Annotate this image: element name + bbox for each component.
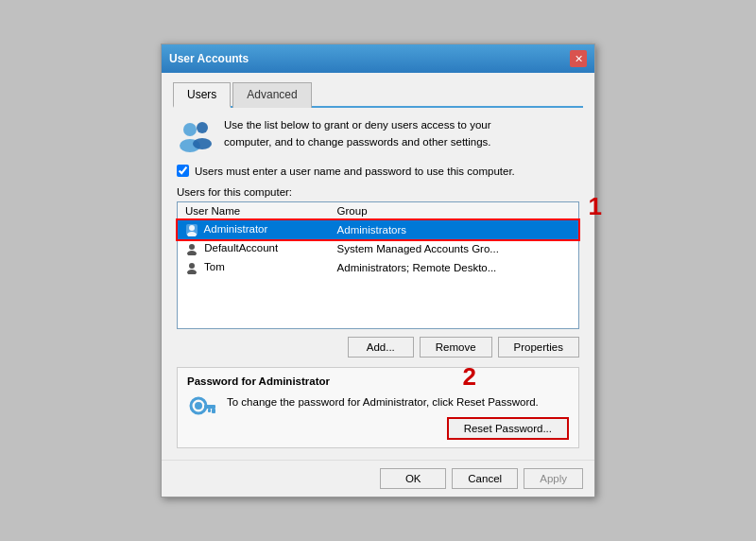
table-row[interactable]: Administrator Administrators	[178, 220, 578, 240]
user-name-cell: DefaultAccount	[178, 239, 330, 258]
group-cell: System Managed Accounts Gro...	[330, 239, 578, 258]
svg-point-5	[189, 225, 195, 231]
dialog-body: Users Advanced Use the list below to gra…	[162, 73, 594, 459]
dialog-title: User Accounts	[169, 52, 249, 65]
reset-password-button[interactable]: Reset Password...	[447, 417, 569, 440]
user-action-buttons: Add... Remove Properties	[177, 337, 579, 358]
table-row-empty	[178, 311, 578, 328]
svg-point-3	[193, 138, 212, 149]
info-text: Use the list below to grant or deny user…	[224, 117, 491, 150]
user-name-cell: Administrator	[178, 220, 330, 240]
dialog-footer: OK Cancel Apply	[162, 460, 594, 497]
tabs-bar: Users Advanced	[173, 80, 583, 108]
svg-rect-14	[212, 409, 215, 413]
password-icon	[187, 394, 217, 425]
table-row[interactable]: Tom Administrators; Remote Deskto...	[178, 258, 578, 277]
remove-button[interactable]: Remove	[420, 337, 492, 358]
svg-point-2	[197, 122, 208, 133]
table-header: User Name Group	[178, 202, 578, 220]
svg-point-0	[183, 123, 197, 136]
cancel-button[interactable]: Cancel	[452, 468, 518, 489]
table-row-empty	[178, 294, 578, 311]
users-table-container: User Name Group	[177, 201, 579, 329]
user-row-icon	[185, 223, 198, 236]
table-row[interactable]: DefaultAccount System Managed Accounts G…	[178, 239, 578, 258]
reset-btn-row: Reset Password...	[227, 417, 569, 440]
apply-button[interactable]: Apply	[524, 468, 583, 489]
password-section-title: Password for Administrator	[187, 375, 569, 387]
checkbox-row: Users must enter a user name and passwor…	[173, 165, 583, 177]
annotation-badge-1: 1	[589, 194, 602, 218]
info-section: Use the list below to grant or deny user…	[173, 117, 583, 155]
password-text: To change the password for Administrator…	[227, 394, 569, 410]
user-row-icon	[185, 242, 198, 255]
ok-button[interactable]: OK	[380, 468, 446, 489]
group-cell: Administrators	[330, 220, 578, 240]
tab-advanced[interactable]: Advanced	[232, 82, 311, 108]
user-accounts-dialog: User Accounts ✕ Users Advanced Use	[161, 44, 595, 497]
title-bar: User Accounts ✕	[162, 44, 594, 73]
user-row-icon	[185, 261, 198, 274]
col-group: Group	[330, 202, 578, 220]
svg-rect-15	[208, 409, 211, 412]
group-cell: Administrators; Remote Deskto...	[330, 258, 578, 277]
svg-rect-13	[204, 405, 215, 409]
users-table-wrapper: User Name Group	[173, 201, 583, 329]
password-content: To change the password for Administrator…	[227, 394, 569, 439]
svg-point-7	[189, 244, 195, 250]
must-enter-password-checkbox[interactable]	[177, 165, 189, 177]
tab-users[interactable]: Users	[173, 82, 231, 108]
svg-point-8	[187, 251, 197, 255]
password-inner: To change the password for Administrator…	[187, 394, 569, 439]
table-row-empty	[178, 277, 578, 294]
table-body: Administrator Administrators DefaultAcco…	[178, 220, 578, 329]
users-for-computer-label: Users for this computer:	[173, 186, 583, 198]
checkbox-label: Users must enter a user name and passwor…	[195, 166, 515, 177]
add-button[interactable]: Add...	[348, 337, 414, 358]
svg-point-12	[195, 402, 202, 410]
users-table: User Name Group	[178, 202, 578, 328]
svg-point-10	[187, 270, 197, 274]
users-icon	[177, 117, 215, 155]
svg-point-9	[189, 263, 195, 269]
properties-button[interactable]: Properties	[498, 337, 579, 358]
col-username: User Name	[178, 202, 330, 220]
password-section: Password for Administrator To change the…	[177, 367, 579, 447]
close-button[interactable]: ✕	[570, 50, 587, 67]
user-name-cell: Tom	[178, 258, 330, 277]
